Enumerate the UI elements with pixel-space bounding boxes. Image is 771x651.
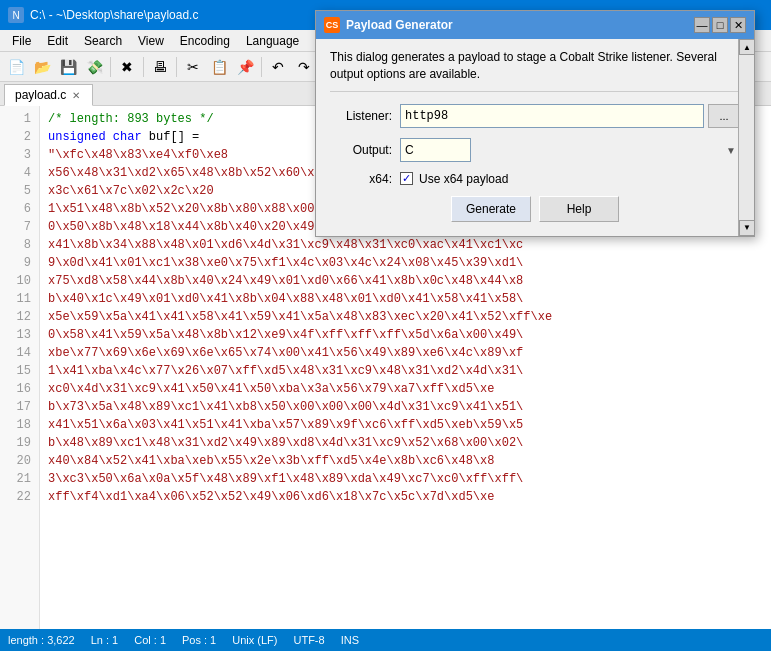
x64-checkbox[interactable]: ✓ (400, 172, 413, 185)
x64-checkbox-text: Use x64 payload (419, 172, 508, 186)
dialog-description: This dialog generates a payload to stage… (330, 49, 740, 92)
x64-label: x64: (330, 172, 400, 186)
dialog-buttons: Generate Help (330, 196, 740, 222)
payload-generator-dialog: CS Payload Generator — □ ✕ ▲ ▼ This dial… (315, 10, 755, 237)
output-row: Output: C C# Python PowerShell Java Raw … (330, 138, 740, 162)
dialog-scrollbar[interactable]: ▲ ▼ (738, 39, 754, 236)
dialog-overlay: CS Payload Generator — □ ✕ ▲ ▼ This dial… (0, 0, 771, 651)
x64-checkbox-label[interactable]: ✓ Use x64 payload (400, 172, 508, 186)
output-label: Output: (330, 143, 400, 157)
listener-input[interactable] (400, 104, 704, 128)
x64-row: x64: ✓ Use x64 payload (330, 172, 740, 186)
listener-label: Listener: (330, 109, 400, 123)
help-button[interactable]: Help (539, 196, 619, 222)
dialog-title-bar: CS Payload Generator — □ ✕ (316, 11, 754, 39)
output-select[interactable]: C C# Python PowerShell Java Raw (400, 138, 471, 162)
scroll-up-arrow[interactable]: ▲ (739, 39, 755, 55)
main-window: N C:\ - ~\Desktop\share\payload.c — □ ✕ … (0, 0, 771, 651)
dialog-close-button[interactable]: ✕ (730, 17, 746, 33)
dialog-controls: — □ ✕ (694, 17, 746, 33)
output-select-wrapper: C C# Python PowerShell Java Raw ▼ (400, 138, 740, 162)
dialog-maximize-button[interactable]: □ (712, 17, 728, 33)
dialog-title: Payload Generator (346, 18, 694, 32)
dialog-minimize-button[interactable]: — (694, 17, 710, 33)
dialog-body: ▲ ▼ This dialog generates a payload to s… (316, 39, 754, 236)
scroll-down-arrow[interactable]: ▼ (739, 220, 755, 236)
dialog-app-icon: CS (324, 17, 340, 33)
generate-button[interactable]: Generate (451, 196, 531, 222)
listener-row: Listener: ... (330, 104, 740, 128)
browse-button[interactable]: ... (708, 104, 740, 128)
select-arrow-icon: ▼ (726, 144, 736, 155)
